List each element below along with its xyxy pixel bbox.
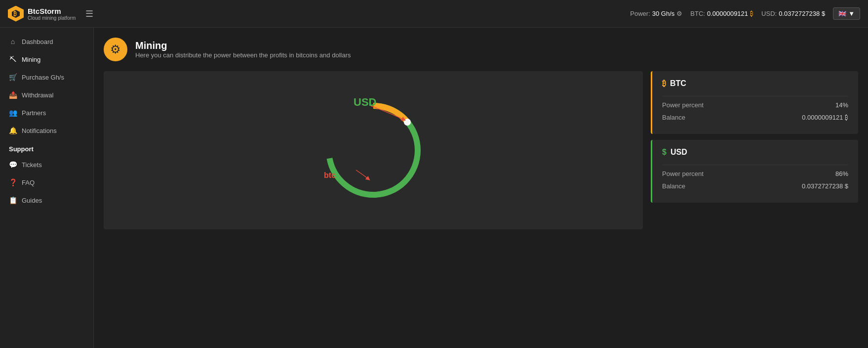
btc-label: BTC: [690, 10, 705, 17]
sidebar-label-dashboard: Dashboard [22, 38, 53, 45]
sidebar-label-mining: Mining [22, 56, 40, 63]
page-header: ⚙ Mining Here you can distribute the pow… [104, 38, 858, 61]
faq-icon: ❓ [9, 178, 17, 186]
btc-card: ₿ BTC Power percent 14% Balance 0.000000… [651, 71, 858, 134]
page-subtitle: Here you can distribute the power betwee… [135, 51, 351, 59]
home-icon: ⌂ [9, 38, 17, 45]
donut-chart[interactable]: USD btc [314, 91, 433, 210]
sidebar-item-dashboard[interactable]: ⌂ Dashboard [0, 33, 93, 50]
btc-icon: ₿ [662, 79, 666, 88]
topbar-left: ₿ BtcStorm Cloud mining platform ☰ [8, 6, 93, 22]
sidebar-item-withdrawal[interactable]: 📤 Withdrawal [0, 86, 93, 104]
chevron-down-icon: ▼ [848, 10, 855, 17]
stats-panels: ₿ BTC Power percent 14% Balance 0.000000… [651, 71, 858, 229]
usd-card-title: $ USD [662, 148, 848, 157]
sidebar-label-faq: FAQ [22, 179, 35, 186]
btc-balance-row: Balance 0.0000009121 ₿ [662, 114, 848, 121]
usd-chart-label: USD [354, 96, 376, 109]
btc-chart-label: btc [324, 171, 336, 180]
menu-toggle[interactable]: ☰ [85, 8, 93, 19]
btc-symbol: ₿ [750, 10, 753, 17]
usd-balance-row: Balance 0.0372727238 $ [662, 182, 848, 190]
power-label: Power: [630, 10, 650, 17]
sidebar: ⌂ Dashboard ⛏ Mining 🛒 Purchase Gh/s 📤 W… [0, 28, 94, 348]
btc-balance-label: Balance [662, 114, 685, 121]
power-value: 30 Gh/s [652, 10, 675, 17]
language-selector[interactable]: 🇬🇧 ▼ [833, 7, 860, 20]
power-icon: ⚙ [676, 10, 682, 17]
power-stat: Power: 30 Gh/s ⚙ [630, 10, 682, 17]
usd-balance-value: 0.0372727238 $ [802, 182, 848, 190]
content-row: USD btc [104, 71, 858, 229]
sidebar-item-guides[interactable]: 📋 Guides [0, 191, 93, 209]
page-header-icon: ⚙ [104, 38, 127, 61]
page-title: Mining [135, 40, 351, 51]
btc-power-row: Power percent 14% [662, 101, 848, 109]
sidebar-item-partners[interactable]: 👥 Partners [0, 104, 93, 122]
topbar: ₿ BtcStorm Cloud mining platform ☰ Power… [0, 0, 868, 28]
sidebar-label-withdrawal: Withdrawal [22, 91, 53, 99]
purchase-icon: 🛒 [9, 73, 17, 81]
sidebar-item-notifications[interactable]: 🔔 Notifications [0, 122, 93, 139]
sidebar-item-mining[interactable]: ⛏ Mining [0, 50, 93, 68]
sidebar-label-tickets: Tickets [22, 161, 42, 169]
usd-card-title-text: USD [671, 148, 687, 157]
support-section-label: Support [0, 139, 93, 156]
bell-icon: 🔔 [9, 127, 17, 134]
usd-label: USD: [761, 10, 777, 17]
usd-divider [662, 165, 848, 165]
usd-icon: $ [662, 148, 667, 157]
sidebar-item-faq[interactable]: ❓ FAQ [0, 174, 93, 191]
usd-balance-label: Balance [662, 182, 685, 190]
usd-power-label: Power percent [662, 170, 704, 177]
chart-panel: USD btc [104, 71, 643, 229]
sidebar-label-partners: Partners [22, 109, 46, 117]
sidebar-label-guides: Guides [22, 197, 42, 204]
btc-balance-value: 0.0000009121 ₿ [802, 114, 848, 121]
btc-value: 0.0000009121 [707, 10, 748, 17]
logo-subtitle: Cloud mining platform [28, 15, 76, 21]
usd-power-value: 86% [835, 170, 848, 177]
btc-card-title-text: BTC [670, 79, 686, 88]
btc-stat: BTC: 0.0000009121 ₿ [690, 10, 753, 17]
topbar-right: Power: 30 Gh/s ⚙ BTC: 0.0000009121 ₿ USD… [630, 7, 860, 20]
logo-icon: ₿ [8, 6, 24, 22]
withdrawal-icon: 📤 [9, 91, 17, 99]
layout: ⌂ Dashboard ⛏ Mining 🛒 Purchase Gh/s 📤 W… [0, 28, 868, 348]
btc-divider [662, 96, 848, 96]
partners-icon: 👥 [9, 109, 17, 117]
sidebar-label-notifications: Notifications [22, 127, 57, 134]
usd-power-row: Power percent 86% [662, 170, 848, 177]
tickets-icon: 💬 [9, 161, 17, 169]
logo-text: BtcStorm Cloud mining platform [28, 7, 76, 21]
usd-value: 0.0372727238 $ [779, 10, 825, 17]
gear-icon: ⚙ [110, 43, 121, 56]
btc-card-title: ₿ BTC [662, 79, 848, 88]
svg-text:₿: ₿ [13, 10, 17, 17]
guides-icon: 📋 [9, 196, 17, 204]
btc-power-value: 14% [835, 101, 848, 109]
main-content: ⚙ Mining Here you can distribute the pow… [94, 28, 868, 348]
logo: ₿ BtcStorm Cloud mining platform [8, 6, 76, 22]
mining-icon: ⛏ [9, 55, 17, 63]
flag-icon: 🇬🇧 [838, 10, 846, 17]
sidebar-label-purchase: Purchase Gh/s [22, 74, 64, 81]
page-header-text: Mining Here you can distribute the power… [135, 40, 351, 59]
drag-handle [404, 119, 411, 126]
donut-svg [314, 91, 433, 210]
sidebar-item-purchase[interactable]: 🛒 Purchase Gh/s [0, 68, 93, 86]
usd-stat: USD: 0.0372727238 $ [761, 10, 825, 17]
btc-power-label: Power percent [662, 101, 704, 109]
logo-title: BtcStorm [28, 7, 76, 15]
sidebar-item-tickets[interactable]: 💬 Tickets [0, 156, 93, 174]
usd-card: $ USD Power percent 86% Balance 0.037272… [651, 140, 858, 203]
